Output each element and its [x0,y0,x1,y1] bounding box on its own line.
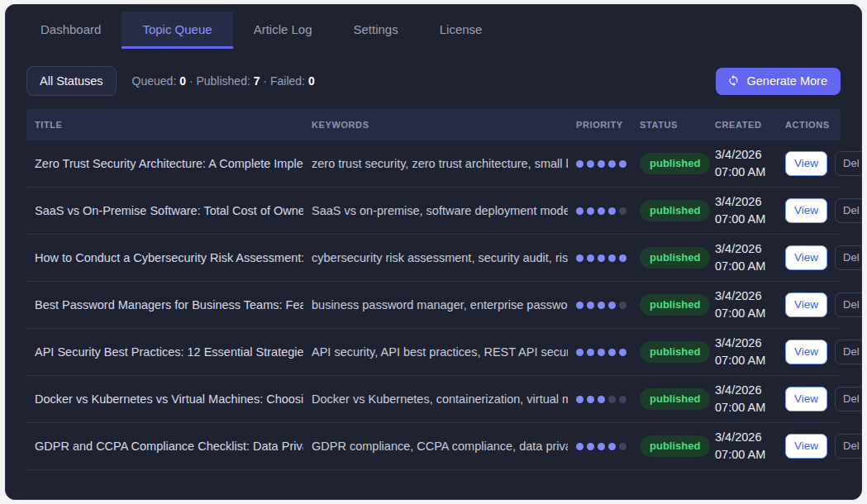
created-date: 3/4/2026 [715,240,777,258]
col-created: CREATED [707,120,777,130]
col-title: TITLE [26,120,303,130]
tab-settings[interactable]: Settings [333,12,419,49]
topic-keywords: zero trust security, zero trust architec… [303,157,568,170]
priority-dots [576,254,631,262]
del-button[interactable]: Del [835,387,862,411]
created-timestamp: 3/4/2026 07:00 AM [707,240,777,275]
col-priority: PRIORITY [568,120,631,130]
priority-dot [576,302,584,309]
priority-dots [576,396,631,403]
priority-dot [608,302,616,309]
created-timestamp: 3/4/2026 07:00 AM [707,382,777,416]
row-actions: View Del [777,292,862,317]
view-button[interactable]: View [785,292,827,317]
priority-dots [576,349,631,356]
tab-license[interactable]: License [419,12,503,49]
created-timestamp: 3/4/2026 07:00 AM [707,429,777,464]
priority-dot [619,349,626,356]
status-badge: published [640,294,710,316]
topic-keywords: Docker vs Kubernetes, containerization, … [303,392,568,406]
topic-keywords: GDPR compliance, CCPA compliance, data p… [303,440,568,453]
priority-dot [587,254,594,262]
priority-dot [598,160,605,168]
topic-title: Docker vs Kubernetes vs Virtual Machines… [26,392,303,406]
created-date: 3/4/2026 [715,288,777,305]
row-actions: View Del [777,340,862,364]
del-button[interactable]: Del [835,198,862,223]
created-timestamp: 3/4/2026 07:00 AM [707,193,777,228]
priority-dot [587,207,594,215]
tab-dashboard[interactable]: Dashboard [20,12,121,49]
tab-article-log[interactable]: Article Log [233,12,333,49]
priority-dot [598,349,605,356]
priority-dot [587,349,594,356]
toolbar: All Statuses Queued: 0 · Published: 7 · … [6,49,861,109]
table-row: Docker vs Kubernetes vs Virtual Machines… [26,376,841,423]
priority-dot [608,207,616,215]
priority-dot [587,160,594,168]
priority-dot [576,349,584,356]
table-body: Zero Trust Security Architecture: A Comp… [26,140,841,470]
row-actions: View Del [777,387,862,411]
del-button[interactable]: Del [835,151,862,176]
priority-dot [619,443,626,450]
view-button[interactable]: View [785,198,827,223]
col-status: STATUS [631,120,707,130]
priority-dot [608,160,616,168]
del-button[interactable]: Del [835,245,862,270]
created-date: 3/4/2026 [715,429,777,446]
table-row: Zero Trust Security Architecture: A Comp… [26,140,841,188]
created-date: 3/4/2026 [715,382,777,399]
topic-title: GDPR and CCPA Compliance Checklist: Data… [26,440,303,453]
priority-dots [576,160,631,168]
priority-dot [598,302,605,309]
failed-value: 0 [308,74,315,88]
topic-keywords: cybersecurity risk assessment, security … [303,251,568,264]
sync-refresh-icon [727,74,740,87]
topic-table: TITLE KEYWORDS PRIORITY STATUS CREATED A… [26,109,841,470]
priority-dot [576,207,584,215]
created-time: 07:00 AM [715,399,777,416]
table-row: SaaS vs On-Premise Software: Total Cost … [26,188,841,235]
priority-dot [587,396,594,403]
created-date: 3/4/2026 [715,335,777,352]
queued-value: 0 [179,74,186,88]
created-time: 07:00 AM [715,258,777,275]
priority-dot [608,254,616,262]
failed-label: Failed: [270,74,305,88]
view-button[interactable]: View [785,245,827,270]
priority-dot [587,302,594,309]
priority-dots [576,302,631,309]
table-row: Best Password Managers for Business Team… [26,282,841,329]
topic-title: API Security Best Practices: 12 Essentia… [26,345,303,359]
status-filter-select[interactable]: All Statuses [26,66,117,96]
view-button[interactable]: View [785,387,827,411]
table-row: How to Conduct a Cybersecurity Risk Asse… [26,235,841,282]
created-time: 07:00 AM [715,211,777,228]
topic-queue-panel: Dashboard Topic Queue Article Log Settin… [5,4,862,500]
created-date: 3/4/2026 [715,146,777,164]
view-button[interactable]: View [785,151,827,176]
row-actions: View Del [777,434,862,459]
view-button[interactable]: View [785,340,827,364]
priority-dot [576,443,584,450]
priority-dot [608,443,616,450]
created-time: 07:00 AM [715,164,777,181]
del-button[interactable]: Del [835,292,862,317]
created-timestamp: 3/4/2026 07:00 AM [707,288,777,322]
topic-title: Best Password Managers for Business Team… [26,298,303,311]
stats-separator: · [189,74,193,88]
status-badge: published [640,247,710,269]
priority-dot [608,349,616,356]
topic-keywords: API security, API best practices, REST A… [303,345,568,359]
priority-dot [576,254,584,262]
tab-topic-queue[interactable]: Topic Queue [121,12,232,49]
view-button[interactable]: View [785,434,827,459]
del-button[interactable]: Del [835,340,862,364]
priority-dot [576,160,584,168]
priority-dot [576,396,584,403]
del-button[interactable]: Del [835,434,862,459]
generate-more-button[interactable]: Generate More [716,68,841,95]
generate-more-label: Generate More [746,74,827,88]
topic-keywords: SaaS vs on-premise, software deployment … [303,204,568,217]
